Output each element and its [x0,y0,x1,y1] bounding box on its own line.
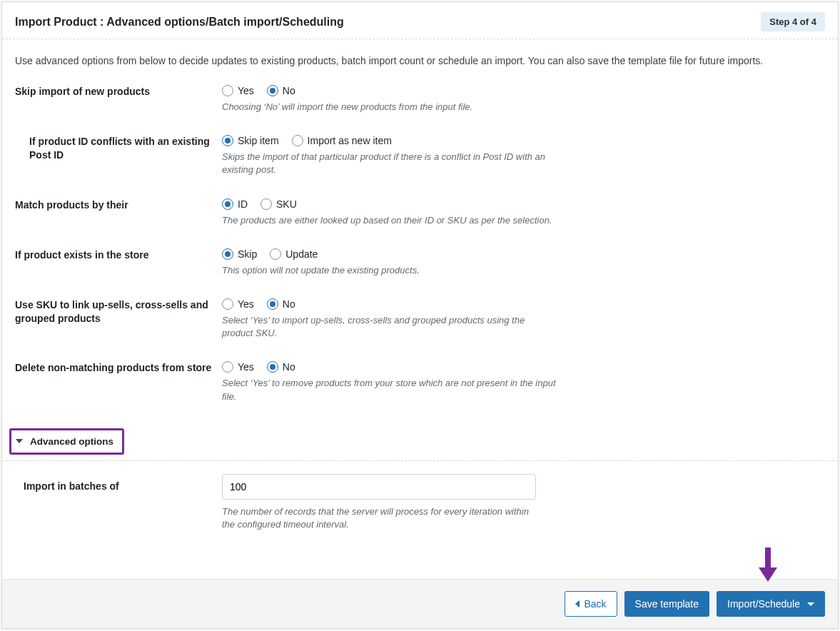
label-sku-link: Use SKU to link up-sells, cross-sells an… [15,298,222,325]
radio-indicator-icon [267,85,278,96]
radio-group-id-conflict: Skip item Import as new item [222,135,557,146]
radio-conflict-skip[interactable]: Skip item [222,135,279,146]
page-title: Import Product : Advanced options/Batch … [15,16,344,29]
label-delete-nonmatch: Delete non-matching products from store [15,361,222,375]
radio-label: No [283,361,295,373]
radio-label: ID [238,198,248,210]
radio-conflict-import-new[interactable]: Import as new item [292,135,392,146]
radio-indicator-icon [270,248,281,260]
radio-indicator-icon [222,248,233,260]
row-exists: If product exists in the store Skip Upda… [15,248,825,277]
divider [2,460,838,461]
import-schedule-label: Import/Schedule [727,598,800,610]
batch-size-input[interactable] [222,474,536,500]
radio-indicator-icon [222,135,233,146]
hint-id-conflict: Skips the import of that particular prod… [222,151,557,176]
row-sku-link: Use SKU to link up-sells, cross-sells an… [15,298,825,340]
chevron-down-icon [807,602,814,606]
radio-skip-new-no[interactable]: No [267,85,295,96]
step-badge: Step 4 of 4 [761,12,825,31]
controls-batch: The number of records that the server wi… [222,474,557,531]
hint-delete-nonmatch: Select ‘Yes’ to remove products from you… [222,377,557,403]
radio-indicator-icon [292,135,303,146]
radio-group-match-by: ID SKU [222,198,557,210]
radio-exists-update[interactable]: Update [270,248,318,260]
radio-label: Yes [238,298,254,310]
radio-indicator-icon [222,198,233,210]
radio-label: Yes [238,85,254,96]
radio-group-sku-link: Yes No [222,298,557,310]
radio-label: Update [285,248,318,260]
radio-indicator-icon [222,85,233,96]
chevron-left-icon [575,600,580,607]
save-template-label: Save template [635,598,699,610]
controls-skip-new: Yes No Choosing ‘No’ will import the new… [222,85,557,113]
panel-body: Use advanced options from below to decid… [2,39,838,579]
radio-label: Yes [238,361,254,373]
radio-sku-link-no[interactable]: No [267,298,295,310]
hint-batch: The number of records that the server wi… [222,505,529,531]
radio-skip-new-yes[interactable]: Yes [222,85,254,96]
import-schedule-button[interactable]: Import/Schedule [717,591,825,617]
controls-delete-nonmatch: Yes No Select ‘Yes’ to remove products f… [222,361,557,403]
radio-indicator-icon [260,198,272,210]
hint-exists: This option will not update the existing… [222,264,557,277]
radio-label: Skip item [238,135,279,146]
save-template-button[interactable]: Save template [624,591,710,617]
radio-group-skip-new: Yes No [222,85,557,96]
radio-indicator-icon [222,361,233,373]
controls-exists: Skip Update This option will not update … [222,248,557,277]
row-batch: Import in batches of The number of recor… [15,474,825,531]
hint-sku-link: Select ‘Yes’ to import up-sells, cross-s… [222,314,557,340]
radio-delete-no[interactable]: No [267,361,295,373]
radio-indicator-icon [267,298,278,310]
advanced-options-toggle[interactable]: Advanced options [9,428,124,455]
radio-match-sku[interactable]: SKU [260,198,297,210]
radio-delete-yes[interactable]: Yes [222,361,254,373]
hint-match-by: The products are either looked up based … [222,214,557,227]
panel-header: Import Product : Advanced options/Batch … [2,2,838,39]
radio-group-exists: Skip Update [222,248,557,260]
label-match-by: Match products by their [15,198,222,212]
advanced-options-title: Advanced options [30,436,113,447]
intro-text: Use advanced options from below to decid… [15,55,825,66]
radio-label: Import as new item [308,135,392,146]
row-match-by: Match products by their ID SKU The produ… [15,198,825,227]
radio-exists-skip[interactable]: Skip [222,248,257,260]
radio-group-delete-nonmatch: Yes No [222,361,557,373]
label-id-conflict: If product ID conflicts with an existing… [15,135,222,162]
radio-label: No [283,85,295,96]
row-id-conflict: If product ID conflicts with an existing… [15,135,825,176]
radio-label: No [283,298,295,310]
row-skip-new: Skip import of new products Yes No Choos… [15,85,825,113]
controls-id-conflict: Skip item Import as new item Skips the i… [222,135,557,176]
hint-skip-new: Choosing ‘No’ will import the new produc… [222,101,557,113]
label-batch: Import in batches of [15,474,222,493]
radio-indicator-icon [267,361,278,373]
import-panel: Import Product : Advanced options/Batch … [1,1,839,629]
radio-match-id[interactable]: ID [222,198,248,210]
controls-sku-link: Yes No Select ‘Yes’ to import up-sells, … [222,298,557,340]
radio-label: Skip [238,248,257,260]
radio-indicator-icon [222,298,233,310]
label-exists: If product exists in the store [15,248,222,262]
row-delete-nonmatch: Delete non-matching products from store … [15,361,825,403]
radio-sku-link-yes[interactable]: Yes [222,298,254,310]
controls-match-by: ID SKU The products are either looked up… [222,198,557,227]
panel-footer: Back Save template Import/Schedule [2,579,838,628]
back-button[interactable]: Back [565,591,617,617]
chevron-down-icon [16,439,23,443]
back-button-label: Back [584,598,606,610]
label-skip-new: Skip import of new products [15,85,222,99]
radio-label: SKU [276,198,297,210]
